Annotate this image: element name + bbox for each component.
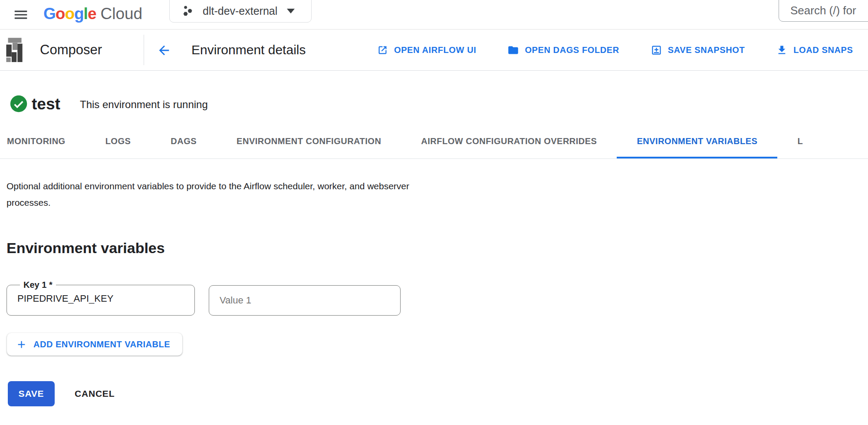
environment-status-row: test This environment is running <box>0 71 868 126</box>
environment-status-message: This environment is running <box>80 99 208 111</box>
key-field-label: Key 1 * <box>20 280 56 290</box>
form-buttons: SAVE CANCEL <box>8 381 115 406</box>
app-header: Composer Environment details OPEN AIRFLO… <box>0 30 868 71</box>
environment-variables-panel: Optional additional environment variable… <box>0 159 868 425</box>
search-input[interactable] <box>790 4 868 17</box>
header-actions: OPEN AIRFLOW UI OPEN DAGS FOLDER SAVE SN… <box>377 30 853 71</box>
add-button-label: ADD ENVIRONMENT VARIABLE <box>33 339 170 349</box>
download-icon <box>776 44 788 56</box>
page-title: Environment details <box>191 43 306 57</box>
tab-dags[interactable]: DAGS <box>151 126 217 158</box>
open-dags-folder-button[interactable]: OPEN DAGS FOLDER <box>507 44 619 56</box>
environment-name: test <box>32 95 60 113</box>
project-name: dlt-dev-external <box>203 5 277 17</box>
status-running-icon <box>10 95 28 113</box>
composer-logo-icon <box>3 36 25 63</box>
top-bar: Google Cloud dlt-dev-external <box>0 0 868 30</box>
search-box <box>779 0 868 22</box>
back-button[interactable] <box>155 41 174 60</box>
folder-icon <box>507 44 519 56</box>
key-field: Key 1 * <box>7 280 195 316</box>
plus-icon <box>16 339 27 350</box>
panel-description: Optional additional environment variable… <box>7 178 454 211</box>
action-label: OPEN DAGS FOLDER <box>525 45 619 55</box>
section-title: Environment variables <box>7 240 165 257</box>
tab-environment-variables[interactable]: ENVIRONMENT VARIABLES <box>617 126 777 158</box>
save-button[interactable]: SAVE <box>8 381 55 406</box>
tab-logs[interactable]: LOGS <box>85 126 151 158</box>
product-name: Composer <box>40 42 102 58</box>
action-label: LOAD SNAPS <box>793 45 853 55</box>
save-snapshot-icon <box>651 44 662 56</box>
action-label: OPEN AIRFLOW UI <box>394 45 476 55</box>
add-environment-variable-button[interactable]: ADD ENVIRONMENT VARIABLE <box>7 333 182 356</box>
save-snapshot-button[interactable]: SAVE SNAPSHOT <box>651 44 745 56</box>
key-input[interactable] <box>14 290 179 307</box>
cancel-button[interactable]: CANCEL <box>75 389 115 399</box>
external-link-icon <box>377 44 388 56</box>
project-hexagons-icon <box>181 4 194 17</box>
google-cloud-logo: Google Cloud <box>43 0 142 28</box>
google-wordmark: Google <box>43 5 96 23</box>
tab-environment-configuration[interactable]: ENVIRONMENT CONFIGURATION <box>217 126 401 158</box>
project-selector[interactable]: dlt-dev-external <box>169 0 312 23</box>
action-label: SAVE SNAPSHOT <box>668 45 745 55</box>
tab-bar: MONITORING LOGS DAGS ENVIRONMENT CONFIGU… <box>0 126 868 159</box>
header-divider <box>144 35 144 65</box>
chevron-down-icon <box>287 9 295 13</box>
load-snapshot-button[interactable]: LOAD SNAPS <box>776 44 853 56</box>
tab-monitoring[interactable]: MONITORING <box>0 126 85 158</box>
open-airflow-ui-button[interactable]: OPEN AIRFLOW UI <box>377 44 476 56</box>
value-input[interactable] <box>209 285 401 316</box>
tab-airflow-configuration-overrides[interactable]: AIRFLOW CONFIGURATION OVERRIDES <box>401 126 617 158</box>
cloud-wordmark: Cloud <box>100 5 142 23</box>
menu-icon[interactable] <box>11 5 30 24</box>
tab-labels[interactable]: L <box>777 126 823 158</box>
